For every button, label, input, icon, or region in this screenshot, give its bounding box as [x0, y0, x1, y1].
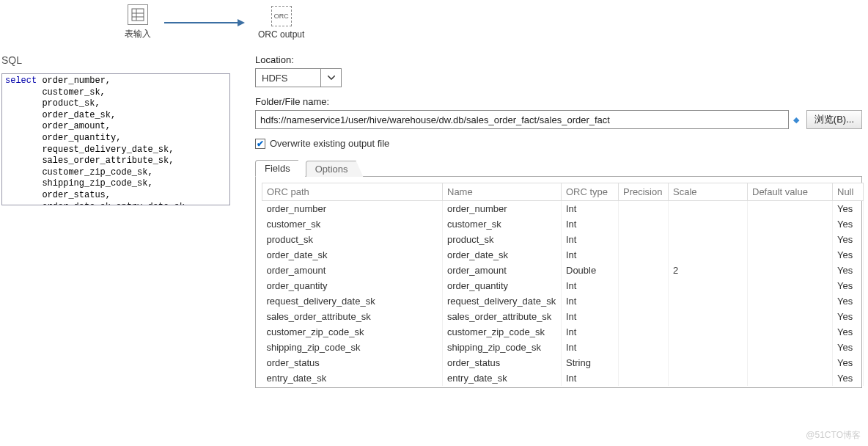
cell-type[interactable]: Int	[562, 278, 619, 293]
flow-node-orc-output[interactable]: ORC ORC output	[258, 6, 304, 40]
col-default-value[interactable]: Default value	[748, 183, 833, 201]
cell-default[interactable]	[748, 232, 833, 247]
cell-path[interactable]: order_status	[262, 355, 443, 370]
cell-path[interactable]: order_quantity	[262, 278, 443, 293]
col-orc-type[interactable]: ORC type	[562, 183, 619, 201]
cell-path[interactable]: customer_zip_code_sk	[262, 324, 443, 340]
cell-scale[interactable]: 2	[669, 263, 748, 278]
cell-name[interactable]: shipping_zip_code_sk	[443, 340, 562, 355]
cell-null[interactable]: Yes	[833, 340, 864, 355]
cell-scale[interactable]	[669, 324, 748, 340]
cell-null[interactable]: Yes	[833, 247, 864, 263]
cell-path[interactable]: order_number	[262, 201, 443, 217]
cell-null[interactable]: Yes	[833, 278, 864, 293]
cell-null[interactable]: Yes	[833, 216, 864, 232]
cell-null[interactable]: Yes	[833, 324, 864, 340]
cell-default[interactable]	[748, 263, 833, 278]
table-row[interactable]: request_delivery_date_skrequest_delivery…	[262, 293, 864, 309]
cell-precision[interactable]	[619, 324, 669, 340]
cell-path[interactable]: product_sk	[262, 232, 443, 247]
cell-path[interactable]: shipping_zip_code_sk	[262, 340, 443, 355]
cell-default[interactable]	[748, 355, 833, 370]
cell-null[interactable]: Yes	[833, 293, 864, 309]
table-row[interactable]: order_numberorder_numberIntYes	[262, 201, 864, 217]
cell-path[interactable]: request_delivery_date_sk	[262, 293, 443, 309]
cell-precision[interactable]	[619, 247, 669, 263]
cell-path[interactable]: order_date_sk	[262, 247, 443, 263]
col-name[interactable]: Name	[443, 183, 562, 201]
cell-default[interactable]	[748, 324, 833, 340]
cell-type[interactable]: Int	[562, 324, 619, 340]
cell-default[interactable]	[748, 309, 833, 324]
cell-precision[interactable]	[619, 201, 669, 217]
cell-type[interactable]: Double	[562, 263, 619, 278]
cell-type[interactable]: Int	[562, 340, 619, 355]
cell-type[interactable]: Int	[562, 216, 619, 232]
cell-scale[interactable]	[669, 309, 748, 324]
cell-type[interactable]: Int	[562, 232, 619, 247]
cell-name[interactable]: order_quantity	[443, 278, 562, 293]
cell-null[interactable]: Yes	[833, 263, 864, 278]
cell-scale[interactable]	[669, 247, 748, 263]
cell-type[interactable]: Int	[562, 247, 619, 263]
cell-default[interactable]	[748, 340, 833, 355]
table-row[interactable]: customer_zip_code_skcustomer_zip_code_sk…	[262, 324, 864, 340]
cell-default[interactable]	[748, 201, 833, 217]
cell-null[interactable]: Yes	[833, 201, 864, 217]
table-row[interactable]: customer_skcustomer_skIntYes	[262, 216, 864, 232]
cell-default[interactable]	[748, 216, 833, 232]
browse-button[interactable]: 浏览(B)...	[806, 110, 862, 129]
table-row[interactable]: order_date_skorder_date_skIntYes	[262, 247, 864, 263]
cell-null[interactable]: Yes	[833, 309, 864, 324]
cell-path[interactable]: order_amount	[262, 263, 443, 278]
cell-precision[interactable]	[619, 293, 669, 309]
cell-name[interactable]: request_delivery_date_sk	[443, 293, 562, 309]
cell-precision[interactable]	[619, 232, 669, 247]
cell-type[interactable]: Int	[562, 309, 619, 324]
cell-name[interactable]: customer_zip_code_sk	[443, 324, 562, 340]
cell-type[interactable]: Int	[562, 201, 619, 217]
col-scale[interactable]: Scale	[669, 183, 748, 201]
table-row[interactable]: order_quantityorder_quantityIntYes	[262, 278, 864, 293]
cell-scale[interactable]	[669, 232, 748, 247]
cell-type[interactable]: String	[562, 355, 619, 370]
table-row[interactable]: order_statusorder_statusStringYes	[262, 355, 864, 370]
cell-scale[interactable]	[669, 293, 748, 309]
cell-scale[interactable]	[669, 216, 748, 232]
col-precision[interactable]: Precision	[619, 183, 669, 201]
cell-precision[interactable]	[619, 355, 669, 370]
cell-precision[interactable]	[619, 370, 669, 386]
tab-fields[interactable]: Fields	[255, 160, 306, 177]
variable-picker-icon[interactable]: ◆	[789, 115, 803, 125]
cell-precision[interactable]	[619, 340, 669, 355]
location-dropdown-button[interactable]	[321, 68, 342, 87]
cell-scale[interactable]	[669, 370, 748, 386]
cell-null[interactable]: Yes	[833, 232, 864, 247]
tab-options[interactable]: Options	[306, 161, 364, 177]
table-row[interactable]: order_amountorder_amountDouble2Yes	[262, 263, 864, 278]
cell-path[interactable]: entry_date_sk	[262, 370, 443, 386]
cell-precision[interactable]	[619, 263, 669, 278]
cell-name[interactable]: order_amount	[443, 263, 562, 278]
cell-scale[interactable]	[669, 201, 748, 217]
cell-precision[interactable]	[619, 216, 669, 232]
col-orc-path[interactable]: ORC path	[262, 183, 443, 201]
overwrite-checkbox[interactable]: ✔	[255, 139, 265, 149]
table-row[interactable]: sales_order_attribute_sksales_order_attr…	[262, 309, 864, 324]
cell-type[interactable]: Int	[562, 293, 619, 309]
folder-path-input[interactable]	[255, 110, 789, 129]
cell-name[interactable]: customer_sk	[443, 216, 562, 232]
col-null[interactable]: Null	[833, 183, 864, 201]
cell-default[interactable]	[748, 247, 833, 263]
cell-default[interactable]	[748, 293, 833, 309]
cell-name[interactable]: order_date_sk	[443, 247, 562, 263]
cell-path[interactable]: sales_order_attribute_sk	[262, 309, 443, 324]
cell-default[interactable]	[748, 278, 833, 293]
table-row[interactable]: entry_date_skentry_date_skIntYes	[262, 370, 864, 386]
table-row[interactable]: shipping_zip_code_skshipping_zip_code_sk…	[262, 340, 864, 355]
flow-node-table-input[interactable]: 表输入	[125, 4, 151, 40]
cell-name[interactable]: sales_order_attribute_sk	[443, 309, 562, 324]
cell-null[interactable]: Yes	[833, 355, 864, 370]
cell-scale[interactable]	[669, 278, 748, 293]
cell-path[interactable]: customer_sk	[262, 216, 443, 232]
